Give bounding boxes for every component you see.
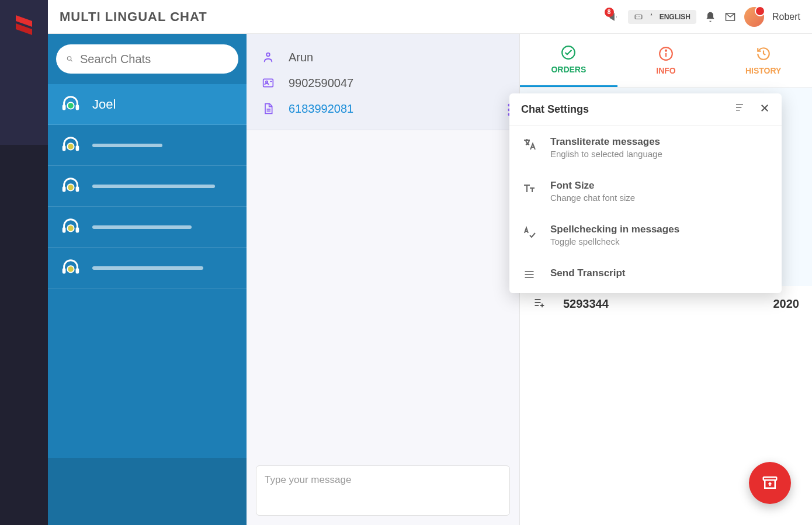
chat-body <box>247 130 519 456</box>
svg-point-28 <box>266 81 268 83</box>
chat-name-placeholder <box>92 144 162 147</box>
svg-rect-22 <box>63 268 66 274</box>
svg-point-21 <box>68 225 74 231</box>
chat-column: Arun 9902590047 6183992081 Type your mes… <box>247 34 520 525</box>
svg-rect-14 <box>63 186 66 192</box>
archive-fab-button[interactable] <box>749 462 791 504</box>
svg-line-5 <box>71 60 72 61</box>
dropdown-item-title: Spellchecking in messages <box>550 224 769 235</box>
svg-rect-7 <box>76 105 79 110</box>
svg-point-1 <box>636 16 637 16</box>
svg-point-2 <box>637 16 638 16</box>
svg-rect-15 <box>76 186 79 192</box>
language-selector[interactable]: ENGLISH <box>628 10 696 24</box>
dropdown-item-sub: Change chat font size <box>550 193 769 203</box>
mail-icon[interactable] <box>724 11 736 23</box>
dropdown-item-3[interactable]: Send Transcript <box>509 257 782 293</box>
archive-icon <box>761 474 779 492</box>
bell-icon[interactable] <box>705 11 716 23</box>
chat-sidebar: Joel <box>48 34 247 525</box>
playlist-add-icon <box>533 297 546 311</box>
chat-item-4[interactable] <box>48 248 247 288</box>
headset-icon <box>60 216 82 238</box>
dropdown-item-title: Font Size <box>550 180 769 192</box>
top-bar: MULTI LINGUAL CHAT 8 ENGLISH Robert <box>48 0 812 34</box>
svg-point-17 <box>68 185 74 190</box>
chat-item-2[interactable] <box>48 166 247 207</box>
search-box[interactable] <box>56 44 238 74</box>
tab-orders[interactable]: ORDERS <box>520 34 617 87</box>
headset-icon <box>60 134 82 157</box>
chat-item-0[interactable]: Joel <box>48 84 247 125</box>
svg-rect-6 <box>63 105 66 110</box>
svg-point-3 <box>639 16 640 16</box>
chat-name-placeholder <box>92 185 215 188</box>
dropdown-item-title: Transliterate messages <box>550 136 769 148</box>
svg-rect-11 <box>76 145 79 151</box>
svg-rect-49 <box>764 477 777 480</box>
chat-name-placeholder <box>92 266 203 270</box>
chat-name-placeholder <box>92 225 192 229</box>
person-icon <box>261 51 276 64</box>
dropdown-item-sub: English to selected language <box>550 149 769 159</box>
translate-icon <box>647 12 656 22</box>
svg-point-4 <box>67 57 71 60</box>
close-icon[interactable] <box>759 103 770 116</box>
search-input[interactable] <box>80 53 228 66</box>
tab-info[interactable]: INFO <box>617 34 715 87</box>
info-circle-icon <box>658 46 674 61</box>
textsize-icon <box>522 181 537 197</box>
headset-icon <box>60 257 82 279</box>
contact-name: Arun <box>289 51 313 64</box>
tab-history[interactable]: HISTORY <box>714 34 812 87</box>
chat-name: Joel <box>92 97 116 112</box>
tabs: ORDERS INFO HISTORY <box>520 34 812 88</box>
contact-block: Arun 9902590047 6183992081 <box>247 34 519 130</box>
dropdown-title: Chat Settings <box>521 103 589 116</box>
keyboard-icon <box>634 13 643 21</box>
menu-lines-icon[interactable] <box>734 103 745 116</box>
check-circle-icon <box>561 45 576 60</box>
contact-order-link[interactable]: 6183992081 <box>289 102 353 116</box>
dropdown-item-title: Send Transcript <box>550 267 769 279</box>
dropdown-item-2[interactable]: Spellchecking in messages Toggle spellch… <box>509 213 782 257</box>
svg-rect-19 <box>76 227 79 233</box>
app-title: MULTI LINGUAL CHAT <box>60 9 207 25</box>
order-id: 5293344 <box>563 297 762 311</box>
file-icon <box>261 102 276 116</box>
translate-icon <box>522 137 537 154</box>
svg-rect-0 <box>635 15 642 19</box>
dropdown-item-sub: Toggle spellcheck <box>550 237 769 246</box>
username-label: Robert <box>772 12 800 22</box>
headset-icon <box>60 93 82 116</box>
svg-point-13 <box>68 144 74 149</box>
svg-rect-10 <box>63 145 66 151</box>
sidebar-footer <box>48 458 247 525</box>
svg-point-26 <box>266 53 270 57</box>
announcement-icon[interactable]: 8 <box>608 11 620 23</box>
transcript-icon <box>522 269 537 283</box>
svg-point-35 <box>665 50 667 51</box>
order-year: 2020 <box>773 297 800 311</box>
compose-area: Type your message <box>247 456 519 525</box>
svg-rect-27 <box>263 79 273 86</box>
chat-item-1[interactable] <box>48 125 247 166</box>
contact-phone: 9902590047 <box>289 77 353 90</box>
headset-icon <box>60 175 82 197</box>
chat-item-3[interactable] <box>48 207 247 248</box>
svg-rect-23 <box>76 268 79 274</box>
contact-card-icon <box>261 77 276 89</box>
chat-settings-dropdown: Chat Settings Transliterate messages Eng… <box>509 93 782 293</box>
history-icon <box>756 46 771 61</box>
app-logo-icon[interactable] <box>12 12 36 42</box>
svg-point-25 <box>68 266 74 272</box>
spellcheck-icon <box>522 225 537 241</box>
left-rail <box>0 0 48 525</box>
user-avatar[interactable] <box>744 7 764 27</box>
message-input[interactable]: Type your message <box>256 465 510 516</box>
svg-point-9 <box>68 103 74 109</box>
dropdown-item-0[interactable]: Transliterate messages English to select… <box>509 126 782 169</box>
language-label: ENGLISH <box>660 13 690 21</box>
svg-rect-18 <box>63 227 66 233</box>
dropdown-item-1[interactable]: Font Size Change chat font size <box>509 169 782 213</box>
